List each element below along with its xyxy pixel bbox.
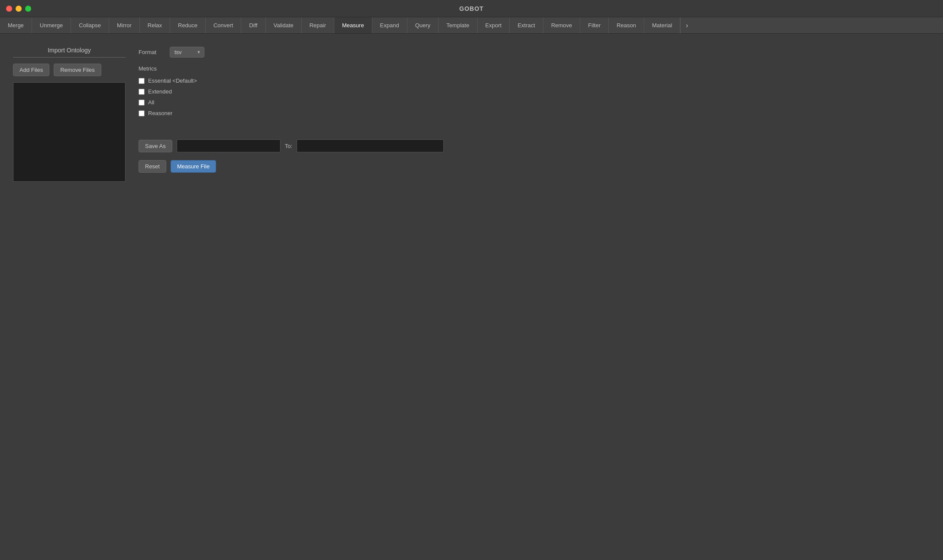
tab-mirror[interactable]: Mirror (109, 17, 140, 33)
save-as-input[interactable] (177, 139, 281, 152)
maximize-button[interactable] (25, 6, 31, 12)
tab-repair[interactable]: Repair (302, 17, 334, 33)
file-buttons: Add Files Remove Files (13, 64, 126, 76)
window-controls (6, 6, 31, 12)
metrics-checkbox-all[interactable] (139, 100, 145, 106)
tab-export[interactable]: Export (478, 17, 510, 33)
metrics-label: Metrics (139, 65, 930, 72)
title-bar: GOBOT (0, 0, 943, 17)
add-files-button[interactable]: Add Files (13, 64, 49, 76)
remove-files-button[interactable]: Remove Files (54, 64, 101, 76)
tab-collapse[interactable]: Collapse (71, 17, 109, 33)
metrics-label-reasoner: Reasoner (148, 110, 172, 116)
save-as-button[interactable]: Save As (139, 140, 172, 152)
format-select[interactable]: tsvcsvjsonxml (170, 47, 204, 58)
save-row: Save As To: (139, 139, 930, 152)
tab-reduce[interactable]: Reduce (170, 17, 206, 33)
tab-query[interactable]: Query (407, 17, 439, 33)
tab-material[interactable]: Material (644, 17, 680, 33)
metrics-label-all: All (148, 99, 154, 106)
metrics-label-essential: Essential <Default> (148, 77, 197, 84)
tab-expand[interactable]: Expand (372, 17, 407, 33)
reset-button[interactable]: Reset (139, 160, 166, 173)
tab-validate[interactable]: Validate (266, 17, 302, 33)
tab-relax[interactable]: Relax (140, 17, 170, 33)
file-list-box (13, 82, 126, 182)
left-panel: Import Ontology Add Files Remove Files (13, 47, 126, 182)
app-title: GOBOT (459, 5, 484, 12)
tab-convert[interactable]: Convert (206, 17, 242, 33)
tab-filter[interactable]: Filter (580, 17, 609, 33)
format-select-wrapper: tsvcsvjsonxml ▼ (170, 47, 204, 58)
metrics-section: Metrics Essential <Default>ExtendedAllRe… (139, 65, 930, 119)
tab-reason[interactable]: Reason (609, 17, 644, 33)
metrics-checkbox-extended[interactable] (139, 89, 145, 95)
measure-file-button[interactable]: Measure File (171, 160, 216, 173)
main-content: Import Ontology Add Files Remove Files F… (0, 34, 943, 195)
tab-merge[interactable]: Merge (0, 17, 32, 33)
metrics-row-essential: Essential <Default> (139, 75, 930, 86)
tab-unmerge[interactable]: Unmerge (32, 17, 71, 33)
tab-bar: MergeUnmergeCollapseMirrorRelaxReduceCon… (0, 17, 943, 34)
metrics-row-reasoner: Reasoner (139, 108, 930, 119)
to-label: To: (285, 143, 292, 149)
metrics-row-extended: Extended (139, 86, 930, 97)
tab-measure[interactable]: Measure (334, 17, 372, 33)
action-row: Reset Measure File (139, 160, 930, 173)
tab-scroll-right[interactable]: › (680, 17, 693, 33)
metrics-row-all: All (139, 97, 930, 108)
tab-remove[interactable]: Remove (543, 17, 580, 33)
metrics-label-extended: Extended (148, 88, 172, 95)
metrics-checkbox-essential[interactable] (139, 78, 145, 84)
panel-title: Import Ontology (13, 47, 126, 58)
to-input[interactable] (297, 139, 444, 152)
tab-extract[interactable]: Extract (510, 17, 543, 33)
metrics-checkbox-reasoner[interactable] (139, 110, 145, 116)
right-panel: Format tsvcsvjsonxml ▼ Metrics Essential… (139, 47, 930, 182)
minimize-button[interactable] (16, 6, 22, 12)
close-button[interactable] (6, 6, 12, 12)
format-row: Format tsvcsvjsonxml ▼ (139, 47, 930, 58)
format-label: Format (139, 49, 165, 55)
tab-template[interactable]: Template (439, 17, 478, 33)
tab-diff[interactable]: Diff (241, 17, 265, 33)
